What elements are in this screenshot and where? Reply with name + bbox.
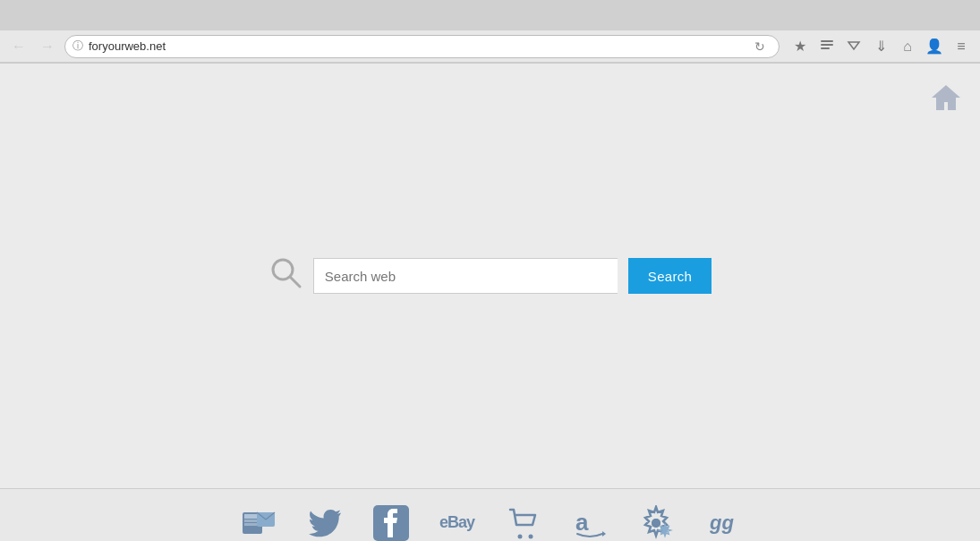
search-area: Search xyxy=(268,255,712,296)
shortcut-outlook[interactable] xyxy=(234,499,283,542)
home-page-icon xyxy=(926,78,966,125)
page-content: Search xyxy=(0,64,980,488)
info-icon: ⓘ xyxy=(72,39,83,54)
search-button[interactable]: Search xyxy=(628,258,712,294)
shortcut-twitter[interactable] xyxy=(301,499,349,542)
shortcut-amazon[interactable]: a xyxy=(566,499,614,542)
svg-point-16 xyxy=(662,528,668,533)
shortcut-ebay[interactable]: eBay xyxy=(433,499,481,542)
address-bar-container: ⓘ ↻ xyxy=(64,35,780,58)
svg-rect-1 xyxy=(821,44,833,46)
search-input[interactable] xyxy=(313,258,618,294)
tab-bar xyxy=(0,0,980,30)
svg-text:a: a xyxy=(575,509,589,536)
svg-point-12 xyxy=(528,534,533,538)
svg-line-4 xyxy=(290,277,300,287)
nav-bar: ← → ⓘ ↻ ★ ⇓ ⌂ 👤 ≡ xyxy=(0,30,980,63)
download-icon[interactable]: ⇓ xyxy=(869,35,892,58)
ebay-text: eBay xyxy=(439,513,474,532)
address-input[interactable] xyxy=(89,39,743,53)
shortcut-cart[interactable] xyxy=(499,499,548,542)
reader-icon[interactable] xyxy=(815,35,839,58)
menu-icon[interactable]: ≡ xyxy=(950,35,973,58)
svg-point-11 xyxy=(517,534,522,538)
reload-button[interactable]: ↻ xyxy=(748,35,771,58)
svg-point-15 xyxy=(652,519,660,528)
gg-text: gg xyxy=(710,511,734,535)
shortcuts-row: eBay a xyxy=(234,499,746,542)
account-icon[interactable]: 👤 xyxy=(923,35,946,58)
bottom-bar: eBay a xyxy=(0,488,980,541)
svg-rect-0 xyxy=(821,40,833,42)
forward-button[interactable]: → xyxy=(36,35,59,58)
pocket-icon[interactable] xyxy=(842,35,865,58)
svg-marker-14 xyxy=(602,531,606,537)
toolbar-icons: ★ ⇓ ⌂ 👤 ≡ xyxy=(788,35,973,58)
shortcut-settings[interactable] xyxy=(632,499,680,542)
search-magnifier-icon xyxy=(268,255,303,296)
svg-rect-2 xyxy=(821,47,830,49)
home-toolbar-icon[interactable]: ⌂ xyxy=(896,35,919,58)
browser-chrome: ← → ⓘ ↻ ★ ⇓ ⌂ 👤 ≡ xyxy=(0,0,980,64)
back-button[interactable]: ← xyxy=(7,35,30,58)
shortcut-facebook[interactable] xyxy=(367,499,415,542)
shortcut-gg[interactable]: gg xyxy=(698,499,746,542)
bookmark-icon[interactable]: ★ xyxy=(788,35,812,58)
